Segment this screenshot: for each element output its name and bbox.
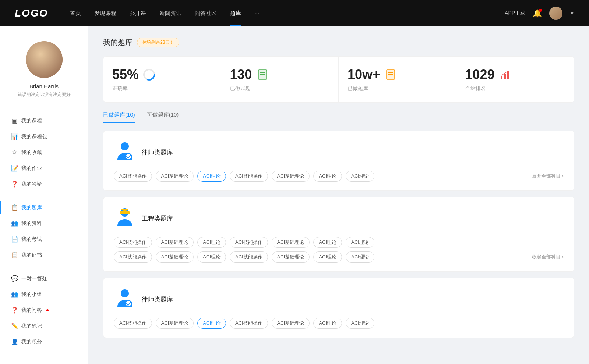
tag-lawyer1-5[interactable]: ACI基础理论 (272, 171, 310, 182)
nav-link-bank[interactable]: 题库 (230, 10, 241, 17)
tag-lawyer1-4[interactable]: ACI技能操作 (230, 171, 268, 182)
trial-badge: 体验剩余23天！ (137, 38, 179, 47)
avatar-inner (26, 41, 63, 78)
tag-lawyer1-6[interactable]: ACI理论 (313, 171, 342, 182)
notification-bell[interactable]: 🔔 (533, 9, 542, 18)
collapse-engineer1[interactable]: 收起全部科目 › (532, 254, 564, 260)
tag-lawyer2-4[interactable]: ACI技能操作 (230, 318, 268, 329)
tag-lawyer2-3[interactable]: ACI理论 (197, 318, 226, 329)
unread-dot (46, 309, 49, 311)
nav-link-news[interactable]: 新闻资讯 (159, 10, 181, 17)
sidebar-item-my-group[interactable]: 👥 我的小组 (0, 286, 88, 302)
tag-eng2-3[interactable]: ACI理论 (197, 251, 226, 263)
logo[interactable]: LOGO (15, 7, 48, 19)
svg-rect-12 (501, 76, 502, 79)
tag-eng2-2[interactable]: ACI基础理论 (156, 251, 194, 263)
tag-eng1-3[interactable]: ACI理论 (197, 237, 226, 248)
sidebar-label-my-homework: 我的作业 (21, 165, 42, 172)
tags-row-lawyer1: ACI技能操作 ACI基础理论 ACI理论 ACI技能操作 ACI基础理论 AC… (114, 171, 564, 182)
sidebar: Brian Harris 错误的决定比没有决定要好 ▣ 我的课程 📊 我的课程包… (0, 26, 88, 364)
stats-row: 55% 正确率 130 (103, 56, 574, 103)
svg-rect-9 (388, 72, 393, 73)
stat-label-rank: 全站排名 (465, 85, 565, 92)
nav-link-more[interactable]: ··· (254, 10, 259, 17)
sidebar-item-my-package[interactable]: 📊 我的课程包... (0, 129, 88, 144)
course-icon: ▣ (11, 117, 18, 124)
sidebar-item-my-bank[interactable]: 📋 我的题库 (0, 200, 88, 215)
tag-eng1-4[interactable]: ACI技能操作 (230, 237, 268, 248)
tags-row1-engineer1: ACI技能操作 ACI基础理论 ACI理论 ACI技能操作 ACI基础理论 AC… (114, 237, 564, 248)
svg-rect-5 (260, 74, 265, 75)
tag-lawyer2-2[interactable]: ACI基础理论 (156, 318, 194, 329)
sidebar-item-my-questions[interactable]: ❓ 我的答疑 (0, 176, 88, 192)
tab-available-banks[interactable]: 可做题库(10) (147, 111, 179, 123)
tag-lawyer1-3[interactable]: ACI理论 (197, 171, 226, 182)
nav-link-home[interactable]: 首页 (70, 10, 81, 17)
tag-eng2-4[interactable]: ACI技能操作 (230, 251, 268, 263)
bank-card-header-engineer1: 工程类题库 (114, 206, 564, 231)
svg-rect-13 (504, 74, 506, 79)
nav-link-open[interactable]: 公开课 (130, 10, 146, 17)
sidebar-item-my-cert[interactable]: 📋 我的证书 (0, 247, 88, 263)
tag-lawyer1-1[interactable]: ACI技能操作 (114, 171, 152, 182)
nav-links: 首页 发现课程 公开课 新闻资讯 问答社区 题库 ··· (70, 10, 505, 17)
chevron-down-icon[interactable]: ▼ (570, 11, 574, 16)
svg-rect-6 (260, 76, 264, 76)
tag-eng1-7[interactable]: ACI理论 (346, 237, 374, 248)
sidebar-item-my-exam[interactable]: 📄 我的考试 (0, 231, 88, 247)
tag-eng1-5[interactable]: ACI基础理论 (272, 237, 310, 248)
tag-eng1-1[interactable]: ACI技能操作 (114, 237, 152, 248)
tag-lawyer2-1[interactable]: ACI技能操作 (114, 318, 152, 329)
nav-link-qa[interactable]: 问答社区 (195, 10, 217, 17)
tag-eng2-5[interactable]: ACI基础理论 (272, 251, 310, 263)
app-download-button[interactable]: APP下载 (505, 10, 525, 17)
chat-icon: 💬 (11, 275, 18, 282)
sidebar-item-my-answers[interactable]: ❓ 我的问答 (0, 302, 88, 318)
svg-rect-20 (120, 212, 130, 214)
svg-rect-10 (388, 74, 393, 75)
sidebar-item-my-points[interactable]: 👤 我的积分 (0, 334, 88, 350)
avatar[interactable] (549, 7, 562, 20)
tag-lawyer1-7[interactable]: ACI理论 (346, 171, 374, 182)
bank-card-lawyer1: 律师类题库 ACI技能操作 ACI基础理论 ACI理论 ACI技能操作 ACI基… (103, 131, 574, 191)
sidebar-label-my-notes: 我的笔记 (21, 323, 42, 329)
engineer-icon-1 (114, 206, 136, 231)
sidebar-item-my-favorites[interactable]: ☆ 我的收藏 (0, 144, 88, 160)
sidebar-label-my-answers: 我的问答 (21, 307, 42, 314)
question-icon: ❓ (11, 181, 18, 188)
sidebar-item-one-on-one[interactable]: 💬 一对一答疑 (0, 271, 88, 286)
tag-eng2-7[interactable]: ACI理论 (346, 251, 374, 263)
group-icon: 👥 (11, 291, 18, 298)
tag-eng1-2[interactable]: ACI基础理论 (156, 237, 194, 248)
tag-lawyer2-5[interactable]: ACI基础理论 (272, 318, 310, 329)
nav-link-discover[interactable]: 发现课程 (94, 10, 116, 17)
tag-lawyer1-2[interactable]: ACI基础理论 (156, 171, 194, 182)
sidebar-divider-3 (7, 267, 81, 267)
sidebar-label-my-exam: 我的考试 (21, 236, 42, 243)
bank-title-lawyer2: 律师类题库 (142, 295, 173, 304)
tag-lawyer2-6[interactable]: ACI理论 (313, 318, 342, 329)
tag-eng2-6[interactable]: ACI理论 (313, 251, 342, 263)
stat-label-done: 已做试题 (230, 85, 330, 92)
doc-orange-icon (384, 68, 397, 81)
sidebar-item-my-notes[interactable]: ✏️ 我的笔记 (0, 318, 88, 334)
expand-lawyer1[interactable]: 展开全部科目 › (532, 173, 564, 179)
svg-rect-19 (121, 209, 128, 210)
sidebar-divider (7, 109, 81, 109)
sidebar-label-my-package: 我的课程包... (21, 133, 52, 140)
tag-lawyer2-7[interactable]: ACI理论 (346, 318, 374, 329)
avatar-image (549, 7, 562, 20)
tag-eng2-1[interactable]: ACI技能操作 (114, 251, 152, 263)
donut-chart-icon (142, 68, 156, 81)
stat-top-done: 130 (230, 67, 330, 82)
main-content: 我的题库 体验剩余23天！ 55% 正确率 (88, 26, 589, 364)
sidebar-item-my-info[interactable]: 👥 我的资料 (0, 215, 88, 231)
notes-icon: ✏️ (11, 322, 18, 329)
tab-done-banks[interactable]: 已做题库(10) (103, 111, 135, 123)
sidebar-item-my-course[interactable]: ▣ 我的课程 (0, 113, 88, 129)
svg-point-21 (121, 289, 129, 297)
sidebar-item-my-homework[interactable]: 📝 我的作业 (0, 160, 88, 176)
cert-icon: 📋 (11, 251, 18, 258)
tag-eng1-6[interactable]: ACI理论 (313, 237, 342, 248)
page-wrapper: Brian Harris 错误的决定比没有决定要好 ▣ 我的课程 📊 我的课程包… (0, 26, 589, 364)
